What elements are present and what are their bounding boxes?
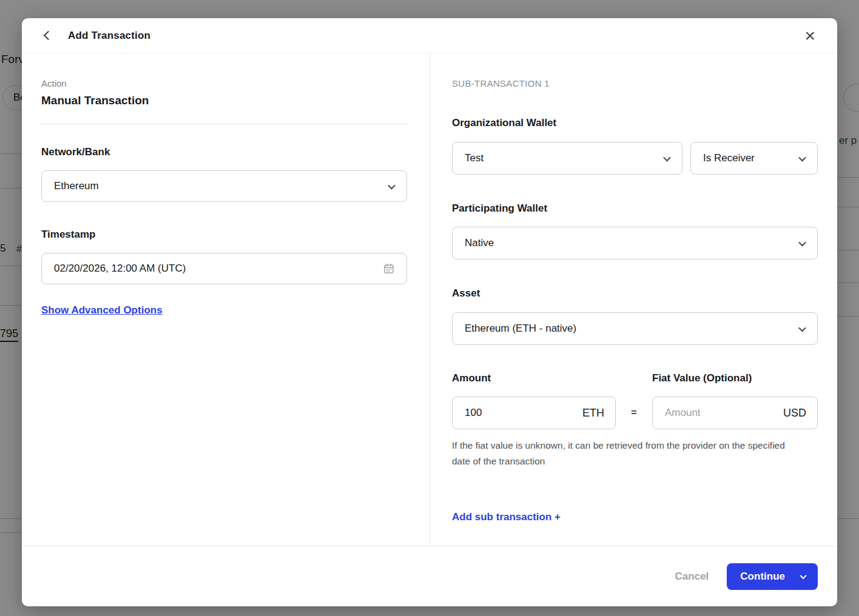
modal-footer: Cancel Continue	[22, 546, 837, 606]
modal-body: Action Manual Transaction Network/Bank E…	[22, 53, 837, 546]
network-bank-label: Network/Bank	[41, 146, 407, 158]
fiat-help-text: If the fiat value is unknown, it can be …	[452, 438, 798, 469]
add-transaction-modal: Add Transaction × Action Manual Transact…	[22, 18, 837, 606]
amount-input[interactable]	[465, 407, 576, 419]
cancel-button[interactable]: Cancel	[675, 571, 709, 583]
timestamp-value: 02/20/2026, 12:00 AM (UTC)	[54, 263, 186, 275]
fiat-amount-input[interactable]	[665, 407, 777, 419]
close-icon: ×	[804, 27, 815, 45]
fiat-field-group: USD	[652, 397, 818, 429]
calendar-icon[interactable]	[383, 263, 394, 274]
amount-labels-row: Amount Fiat Value (Optional)	[452, 372, 818, 384]
asset-select[interactable]: Ethereum (ETH - native)	[452, 312, 818, 345]
add-sub-transaction-link[interactable]: Add sub transaction +	[452, 511, 561, 523]
participating-wallet-select[interactable]: Native	[452, 227, 818, 259]
continue-button-label: Continue	[740, 571, 785, 583]
amount-unit: ETH	[582, 407, 604, 420]
chevron-left-icon	[44, 31, 53, 41]
modal-header: Add Transaction ×	[22, 18, 837, 53]
chevron-down-icon	[663, 153, 671, 161]
close-button[interactable]: ×	[804, 27, 815, 45]
action-value: Manual Transaction	[41, 94, 407, 107]
direction-value: Is Receiver	[703, 152, 755, 164]
direction-select[interactable]: Is Receiver	[690, 142, 818, 175]
participating-wallet-value: Native	[465, 237, 494, 249]
timestamp-input[interactable]: 02/20/2026, 12:00 AM (UTC)	[41, 253, 407, 284]
show-advanced-options-link[interactable]: Show Advanced Options	[41, 304, 163, 316]
participating-wallet-label: Participating Wallet	[452, 203, 818, 215]
asset-value: Ethereum (ETH - native)	[465, 323, 576, 335]
fiat-value-label: Fiat Value (Optional)	[652, 372, 752, 384]
chevron-down-icon	[800, 572, 806, 578]
section-divider	[41, 124, 407, 124]
amount-inputs-row: ETH = USD	[452, 397, 818, 429]
equals-sign: =	[616, 407, 652, 418]
continue-button[interactable]: Continue	[727, 563, 818, 590]
sub-transaction-heading: SUB-TRANSACTION 1	[452, 78, 818, 89]
fiat-unit: USD	[783, 407, 806, 420]
organizational-wallet-row: Test Is Receiver	[452, 142, 818, 175]
network-bank-select[interactable]: Ethereum	[41, 170, 407, 202]
amount-field-group: ETH	[452, 397, 616, 429]
timestamp-label: Timestamp	[41, 229, 407, 241]
amount-label: Amount	[452, 372, 652, 384]
chevron-down-icon	[388, 181, 396, 189]
organizational-wallet-label: Organizational Wallet	[452, 117, 818, 129]
organizational-wallet-value: Test	[465, 152, 483, 164]
chevron-down-icon	[798, 324, 806, 332]
transaction-details-column: Action Manual Transaction Network/Bank E…	[22, 53, 430, 546]
chevron-down-icon	[798, 153, 806, 161]
organizational-wallet-select[interactable]: Test	[452, 142, 682, 175]
asset-label: Asset	[452, 287, 818, 300]
back-button[interactable]	[45, 32, 52, 39]
network-bank-value: Ethereum	[54, 180, 99, 192]
modal-title: Add Transaction	[68, 30, 150, 42]
chevron-down-icon	[798, 238, 806, 246]
action-label: Action	[41, 78, 407, 89]
sub-transaction-column: SUB-TRANSACTION 1 Organizational Wallet …	[430, 53, 837, 546]
